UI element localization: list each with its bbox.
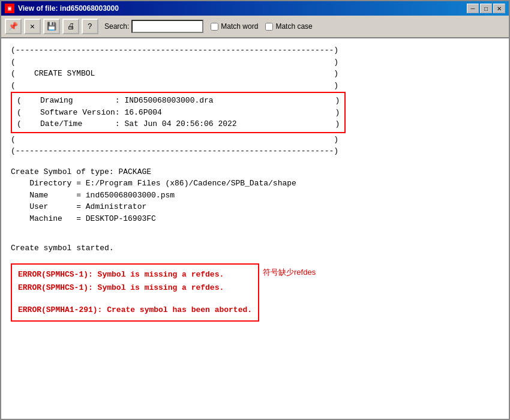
line-software: ( Software Version: 16.6P004 ) (17, 107, 340, 119)
print-button[interactable]: 🖨 (62, 19, 79, 34)
annotation-text: 符号缺少refdes (263, 267, 316, 278)
error-line-2: ERROR(SPMHCS-1): Symbol is missing a ref… (18, 281, 252, 295)
line-machine: Machine = DESKTOP-16903FC (11, 213, 499, 225)
line-separator-bottom: (---------------------------------------… (11, 145, 499, 157)
line-separator-top: (---------------------------------------… (11, 44, 499, 56)
title-bar: ▣ View of file: ind650068003000 ─ □ ✕ (1, 1, 509, 16)
save-button[interactable]: 💾 (43, 19, 60, 34)
line-started: Create symbol started. (11, 242, 499, 254)
line-open1: ( ) (11, 56, 499, 68)
line-user: User = Administrator (11, 201, 499, 213)
title-bar-controls: ─ □ ✕ (467, 4, 505, 13)
title-bar-left: ▣ View of file: ind650068003000 (5, 4, 119, 13)
line-open3: ( ) (11, 134, 499, 146)
maximize-button[interactable]: □ (480, 4, 492, 13)
line-directory: Directory = E:/Program Files (x86)/Caden… (11, 178, 499, 190)
main-window: ▣ View of file: ind650068003000 ─ □ ✕ 📌 … (0, 0, 510, 420)
line-datetime: ( Date/Time : Sat Jun 04 20:56:06 2022 ) (17, 118, 340, 130)
window-title: View of file: ind650068003000 (18, 4, 119, 13)
match-word-label: Match word (221, 22, 258, 31)
content-area[interactable]: (---------------------------------------… (1, 38, 509, 419)
app-icon: ▣ (5, 4, 14, 13)
search-label: Search: (104, 22, 129, 31)
line-create-symbol: ( CREATE SYMBOL ) (11, 68, 499, 80)
line-type: Create Symbol of type: PACKAGE (11, 166, 499, 178)
help-button[interactable]: ? (82, 19, 98, 34)
match-case-checkbox[interactable] (265, 23, 273, 31)
close-file-button[interactable]: ✕ (24, 19, 41, 34)
line-name: Name = ind650068003000.psm (11, 190, 499, 202)
match-case-label: Match case (275, 22, 312, 31)
search-input[interactable] (131, 20, 203, 33)
error-line-1: ERROR(SPMHCS-1): Symbol is missing a ref… (18, 268, 252, 281)
line-open2: ( ) (11, 80, 499, 92)
error-line-3: ERROR(SPMHA1-291): Create symbol has bee… (18, 304, 252, 317)
pin-button[interactable]: 📌 (5, 19, 22, 34)
match-word-group: Match word (211, 22, 258, 31)
close-button[interactable]: ✕ (493, 4, 505, 13)
match-case-group: Match case (265, 22, 312, 31)
minimize-button[interactable]: ─ (467, 4, 479, 13)
match-word-checkbox[interactable] (211, 23, 218, 31)
toolbar: 📌 ✕ 💾 🖨 ? Search: Match word Match case (1, 16, 509, 38)
line-drawing: ( Drawing : IND650068003000.dra ) (17, 95, 340, 107)
